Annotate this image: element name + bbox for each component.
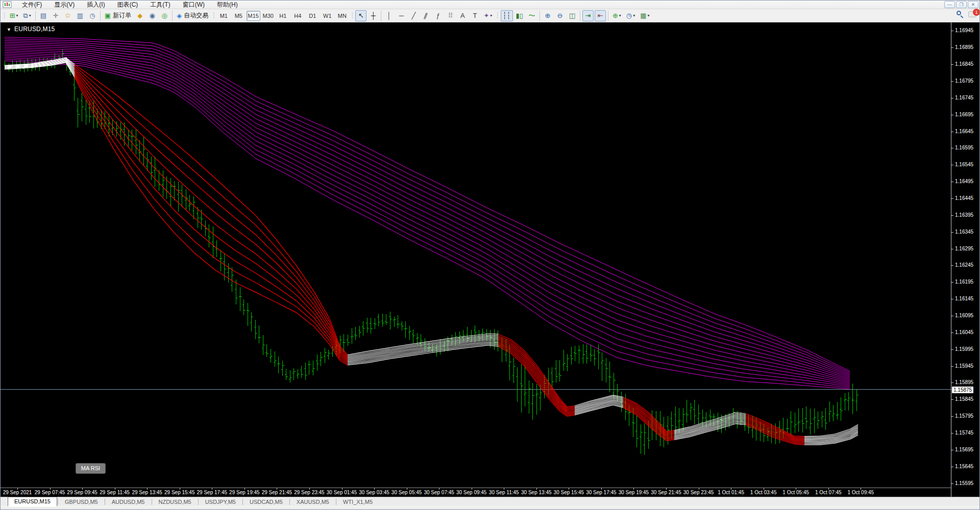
fast-ma-ribbon-segment xyxy=(429,341,450,344)
fast-ma-ribbon-segment xyxy=(235,283,256,292)
menu-2[interactable]: 插入(I) xyxy=(81,1,111,9)
tab-xauusd[interactable]: XAUUSD,M5 xyxy=(290,498,335,506)
price-tick xyxy=(951,382,953,383)
indicators-icon[interactable]: ⊕▾ xyxy=(610,10,623,21)
new-order-icon: ▣ xyxy=(105,12,111,19)
price-label: 1.15745 xyxy=(955,430,973,436)
search-icon[interactable] xyxy=(957,11,963,17)
menu-4[interactable]: 工具(T) xyxy=(144,1,176,9)
market-watch-icon[interactable]: ▤ xyxy=(38,10,49,21)
terminal-icon[interactable]: ▥ xyxy=(75,10,86,21)
timeframe-h4[interactable]: H4 xyxy=(291,11,305,21)
autotrade-icon[interactable]: ◈自动交易 xyxy=(175,10,210,21)
fast-ma-ribbon-segment xyxy=(804,437,820,438)
time-label: 29 Sep 2021 xyxy=(3,490,32,495)
templates-icon[interactable]: ▦▾ xyxy=(638,10,651,21)
trendline-icon[interactable]: ╱ xyxy=(408,10,419,21)
line-chart-icon[interactable]: 〜 xyxy=(526,10,537,21)
tab-audusd[interactable]: AUDUSD,M5 xyxy=(106,498,151,506)
menu-3[interactable]: 图表(C) xyxy=(111,1,144,9)
timeframe-d1[interactable]: D1 xyxy=(306,11,320,21)
fast-ma-ribbon-segment xyxy=(113,99,133,117)
vertical-line-icon[interactable]: │ xyxy=(383,10,395,21)
menu-bar: 文件(F)显示(V)插入(I)图表(C)工具(T)窗口(W)帮助(H) —❐✕ xyxy=(1,1,979,9)
chart-shift-icon[interactable]: ⇤ xyxy=(595,10,606,21)
tab-usdcad[interactable]: USDCAD,M5 xyxy=(243,498,289,506)
cursor-icon: ↖ xyxy=(358,12,364,19)
profiles-icon[interactable]: ⧉▾ xyxy=(21,10,33,21)
tab-gbpusd[interactable]: GBPUSD,M5 xyxy=(59,498,104,506)
ma-rsi-button[interactable]: MA RSI xyxy=(76,463,106,474)
chevron-down-icon: ▼ xyxy=(7,27,11,32)
tab-nzdusd[interactable]: NZDUSD,M5 xyxy=(153,498,198,506)
menu-5[interactable]: 窗口(W) xyxy=(177,1,211,9)
price-tick xyxy=(951,98,953,98)
fast-ma-ribbon-segment xyxy=(575,402,590,407)
chart-plot[interactable] xyxy=(1,23,951,488)
timeframe-h1[interactable]: H1 xyxy=(276,11,290,21)
channel-icon[interactable]: ∥ xyxy=(420,10,431,21)
label-icon[interactable]: T xyxy=(469,10,480,21)
bar-chart-icon[interactable]: ┆┆ xyxy=(501,10,513,21)
fast-ma-ribbon-segment xyxy=(488,334,498,335)
menu-6[interactable]: 帮助(H) xyxy=(211,1,244,9)
crosshair-icon[interactable]: ┼ xyxy=(368,10,379,21)
fast-ma-ribbon-segment xyxy=(154,146,174,165)
fast-ma-ribbon-segment xyxy=(113,141,133,171)
zoom-in-icon[interactable]: ⊕ xyxy=(542,10,553,21)
menu-0[interactable]: 文件(F) xyxy=(16,1,48,9)
tab-divider xyxy=(289,499,290,505)
data-window-icon[interactable]: ✛ xyxy=(50,10,61,21)
horizontal-line-icon[interactable]: ─ xyxy=(396,10,407,21)
fast-ma-ribbon-segment xyxy=(450,344,470,347)
chart-window-icon[interactable]: ◉ xyxy=(146,10,158,21)
chart-tab-bar: EURUSD,M15GBPUSD,M5AUDUSD,M5NZDUSD,M5USD… xyxy=(1,497,979,506)
price-tick xyxy=(951,483,953,484)
timeframe-m1[interactable]: M1 xyxy=(217,11,231,21)
chat-icon[interactable]: 1 xyxy=(968,11,976,17)
fast-ma-ribbon-segment xyxy=(297,277,314,301)
minimize-button[interactable]: — xyxy=(944,1,955,8)
close-button[interactable]: ✕ xyxy=(968,1,978,8)
fibonacci-icon[interactable]: ƒ xyxy=(432,10,444,21)
zoom-out-icon: ⊖ xyxy=(557,12,562,19)
fast-ma-ribbon-segment xyxy=(498,339,511,345)
tab-eurusd[interactable]: EURUSD,M15 xyxy=(8,497,57,506)
tab-wti_x1[interactable]: WTI_X1,M5 xyxy=(337,498,379,506)
restore-button[interactable]: ❐ xyxy=(956,1,967,8)
templates-icon: ▦ xyxy=(640,12,646,19)
cursor-icon[interactable]: ↖ xyxy=(355,10,366,21)
metaeditor-icon[interactable]: ◆ xyxy=(134,10,145,21)
tab-usdjpy[interactable]: USDJPY,M5 xyxy=(199,498,242,506)
cycle-lines-icon[interactable]: ⠿ xyxy=(445,10,456,21)
toolbar-separator xyxy=(540,11,540,21)
tile-windows-icon[interactable]: ◫ xyxy=(567,10,578,21)
status-bar xyxy=(1,506,979,510)
new-order-icon[interactable]: ▣新订单 xyxy=(103,10,133,21)
arrows-icon[interactable]: ✦▾ xyxy=(481,10,494,21)
timeframe-m30[interactable]: M30 xyxy=(261,11,275,21)
zoom-out-icon[interactable]: ⊖ xyxy=(554,10,566,21)
timeframe-m5[interactable]: M5 xyxy=(232,11,246,21)
autotrade-label: 自动交易 xyxy=(184,11,208,20)
new-chart-icon[interactable]: ⊞▾ xyxy=(8,10,20,21)
text-icon[interactable]: A xyxy=(457,10,468,21)
timeframe-m15[interactable]: M15 xyxy=(247,11,260,21)
fast-ma-ribbon-segment xyxy=(804,438,820,439)
strategy-tester-icon[interactable]: ◷ xyxy=(87,10,98,21)
menu-1[interactable]: 显示(V) xyxy=(48,1,81,9)
timeframe-w1[interactable]: W1 xyxy=(321,11,334,21)
symbol-label[interactable]: ▼EURUSD,M15 xyxy=(7,26,55,33)
dropdown-arrow-icon: ▾ xyxy=(648,13,650,18)
periods-icon[interactable]: ◷▾ xyxy=(624,10,637,21)
chart-area[interactable]: ▼EURUSD,M15 MA RSI 1.169451.168951.16845… xyxy=(1,22,980,497)
auto-scroll-icon[interactable]: ⇥ xyxy=(582,10,594,21)
channel-icon: ∥ xyxy=(423,11,429,19)
fast-ma-ribbon-segment xyxy=(297,272,314,297)
signals-icon[interactable]: ◎ xyxy=(159,10,170,21)
candlestick-chart-icon[interactable]: ▮▯ xyxy=(514,10,525,21)
navigator-icon[interactable]: ✩ xyxy=(62,10,74,21)
time-label: 30 Sep 11:45 xyxy=(489,490,519,495)
timeframe-mn[interactable]: MN xyxy=(335,11,349,21)
time-axis[interactable]: 29 Sep 202129 Sep 07:4529 Sep 09:4529 Se… xyxy=(1,488,951,497)
